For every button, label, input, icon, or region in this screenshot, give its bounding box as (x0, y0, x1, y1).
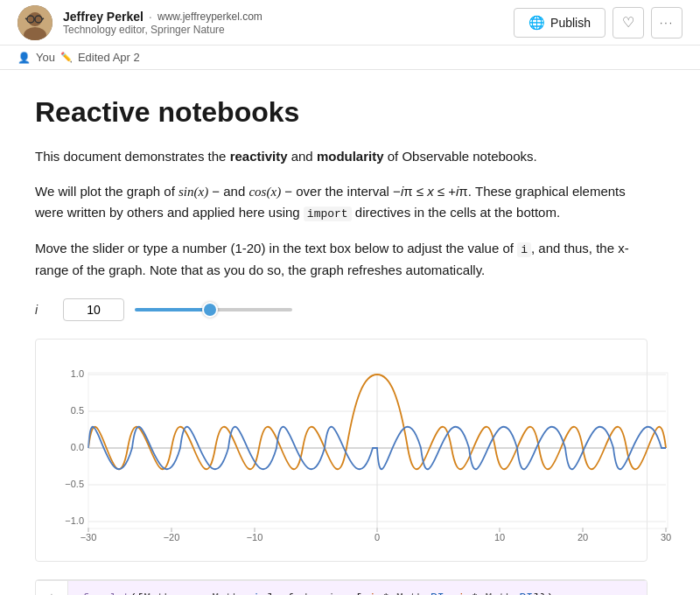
page-title: Reactive notebooks (35, 96, 648, 129)
edited-label: Edited Apr 2 (78, 51, 140, 64)
svg-text:1.0: 1.0 (71, 368, 84, 379)
chart-container: 1.0 0.5 0.0 −0.5 −1.0 −30 −20 −10 0 10 2… (35, 339, 648, 562)
svg-text:−30: −30 (80, 532, 97, 542)
header-right: 🌐 Publish ♡ ··· (514, 7, 682, 38)
svg-text:20: 20 (578, 532, 588, 542)
svg-text:−10: −10 (247, 532, 263, 542)
svg-text:−0.5: −0.5 (65, 479, 84, 489)
slider-label: i (35, 303, 52, 317)
avatar (18, 5, 52, 40)
separator: · (149, 9, 152, 24)
edit-icon: ✏️ (60, 52, 73, 63)
author-url[interactable]: www.jeffreyperkel.com (158, 10, 262, 23)
slider-input[interactable] (63, 298, 124, 321)
para2: We will plot the graph of sin(x) − and c… (35, 181, 648, 224)
cell-gutter-1[interactable]: + (36, 581, 67, 595)
code-cell-funplot[interactable]: funplot([Math.cos, Math.sin], {xdomain: … (67, 581, 647, 595)
chart-svg: 1.0 0.5 0.0 −0.5 −1.0 −30 −20 −10 0 10 2… (36, 348, 683, 550)
header: Jeffrey Perkel · www.jeffreyperkel.com T… (0, 0, 700, 46)
slider-control[interactable] (135, 308, 292, 312)
svg-text:−1.0: −1.0 (65, 515, 84, 526)
svg-text:10: 10 (494, 532, 505, 542)
author-info: Jeffrey Perkel · www.jeffreyperkel.com T… (63, 9, 262, 36)
you-label: You (36, 51, 55, 64)
svg-text:0: 0 (374, 532, 380, 542)
add-cell-icon[interactable]: + (47, 591, 55, 595)
para3: Move the slider or type a number (1-20) … (35, 238, 648, 281)
para1: This document demonstrates the reactivit… (35, 146, 648, 167)
header-left: Jeffrey Perkel · www.jeffreyperkel.com T… (18, 5, 262, 40)
slider-row: i (35, 298, 648, 321)
heart-icon: ♡ (622, 14, 634, 31)
you-icon: 👤 (18, 52, 31, 64)
svg-text:−20: −20 (164, 532, 180, 542)
svg-text:0.5: 0.5 (71, 405, 84, 416)
svg-text:30: 30 (661, 532, 671, 542)
main-content: Reactive notebooks This document demonst… (0, 70, 682, 595)
svg-text:0.0: 0.0 (71, 442, 84, 452)
more-button[interactable]: ··· (651, 7, 682, 38)
svg-line-6 (25, 18, 27, 19)
author-role: Technology editor, Springer Nature (63, 24, 262, 36)
publish-label: Publish (550, 16, 591, 30)
publish-button[interactable]: 🌐 Publish (514, 8, 606, 38)
author-name: Jeffrey Perkel (63, 10, 144, 24)
svg-line-7 (42, 18, 44, 19)
cell-funplot: + funplot([Math.cos, Math.sin], {xdomain… (36, 580, 647, 595)
favorite-button[interactable]: ♡ (612, 7, 644, 38)
sub-header: 👤 You ✏️ Edited Apr 2 (0, 46, 700, 70)
globe-icon: 🌐 (528, 15, 545, 31)
ellipsis-icon: ··· (660, 17, 674, 29)
